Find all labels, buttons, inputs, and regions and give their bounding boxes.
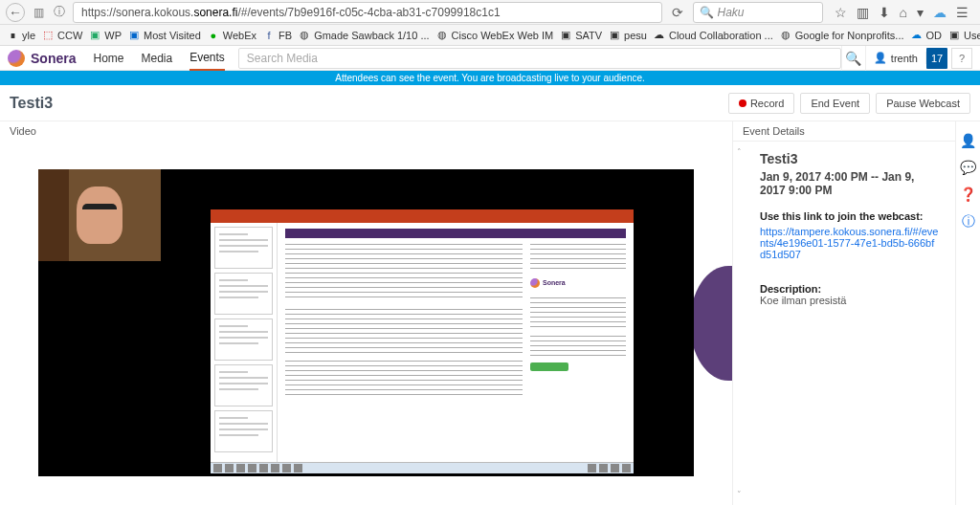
event-time: Jan 9, 2017 4:00 PM -- Jan 9, 2017 9:00 …: [760, 170, 940, 197]
info-icon[interactable]: ⓘ: [962, 213, 975, 231]
url-bar[interactable]: https://sonera.kokous.sonera.fi/#/events…: [73, 2, 662, 23]
url-prefix: https://sonera.kokous.: [81, 6, 193, 19]
event-name: Testi3: [760, 151, 940, 166]
record-dot-icon: [739, 99, 746, 107]
pause-webcast-button[interactable]: Pause Webcast: [876, 93, 970, 114]
bookmark-item[interactable]: ◍Cisco WebEx Web IM: [435, 29, 554, 42]
search-placeholder: Haku: [718, 6, 745, 19]
favicon-icon: ▣: [608, 29, 621, 42]
bookmark-item[interactable]: fFB: [262, 29, 292, 42]
bookmark-item[interactable]: ▣pesu: [608, 29, 647, 42]
favicon-icon: ☁: [653, 29, 666, 42]
video-section-heading: Video: [0, 121, 732, 141]
bookmark-item[interactable]: ∎yle: [6, 29, 35, 42]
settings-icon[interactable]: ❓: [960, 187, 976, 202]
bookmark-item[interactable]: ☁OD: [910, 29, 943, 42]
attendees-icon[interactable]: 👤: [960, 133, 976, 148]
shared-screen-content: Sonera: [211, 209, 634, 473]
sync-icon[interactable]: ☁: [933, 5, 947, 20]
favicon-icon: ▣: [559, 29, 572, 42]
bookmark-item[interactable]: ▣WP: [88, 29, 122, 42]
bookmarks-bar: ∎yle ⬚CCW ▣WP ▣Most Visited ●WebEx fFB ◍…: [0, 25, 980, 46]
help-button[interactable]: ?: [951, 48, 972, 69]
bookmark-item[interactable]: ◍Gmade Sawback 1/10 ...: [298, 29, 429, 42]
powerpoint-ribbon: [211, 209, 634, 223]
nav-media[interactable]: Media: [141, 46, 172, 71]
bookmark-item[interactable]: ☁Cloud Collaboration ...: [653, 29, 773, 42]
browser-search-input[interactable]: 🔍 Haku: [693, 2, 823, 23]
search-button[interactable]: 🔍: [841, 46, 866, 71]
favicon-icon: f: [262, 29, 276, 42]
brand-name: Sonera: [31, 51, 76, 66]
bookmark-item[interactable]: ◍Google for Nonprofits...: [779, 29, 904, 42]
user-name: trenth: [891, 53, 918, 64]
favicon-icon: ◍: [779, 29, 792, 42]
menu-icon[interactable]: ☰: [956, 5, 969, 20]
downloads-icon[interactable]: ⬇: [879, 5, 890, 20]
favicon-icon: ◍: [298, 29, 311, 42]
slide-canvas: Sonera: [278, 223, 634, 462]
favicon-icon: ▣: [127, 29, 141, 42]
favicon-icon: ◍: [435, 29, 449, 42]
search-icon: 🔍: [700, 6, 714, 19]
join-webcast-link[interactable]: https://tampere.kokous.sonera.fi/#/event…: [760, 226, 940, 260]
bookmark-item[interactable]: ●WebEx: [207, 29, 256, 42]
favicon-icon: ▣: [947, 29, 961, 42]
nav-events[interactable]: Events: [189, 46, 225, 71]
chevron-up-icon: ˄: [737, 147, 742, 157]
reload-button[interactable]: ⟳: [668, 5, 687, 20]
user-icon: 👤: [874, 52, 887, 64]
favicon-icon: ●: [207, 29, 220, 42]
pocket-icon[interactable]: ▾: [917, 5, 924, 20]
presenter-webcam-pip: [38, 169, 161, 261]
details-scroll-affordance: ˄˅: [733, 142, 745, 505]
browser-back-button[interactable]: ←: [6, 3, 25, 22]
search-media-input[interactable]: Search Media: [238, 48, 841, 69]
viewer-count-badge[interactable]: 17: [926, 48, 947, 69]
brand-logo[interactable]: Sonera: [8, 50, 93, 67]
bookmark-star-icon[interactable]: ☆: [835, 5, 847, 20]
chevron-down-icon: ˅: [737, 490, 742, 499]
windows-taskbar: [211, 462, 634, 473]
bookmark-item[interactable]: ▣Useimmin avatut: [947, 29, 980, 42]
end-event-button[interactable]: End Event: [800, 93, 870, 114]
record-button[interactable]: Record: [728, 93, 794, 114]
favicon-icon: ⬚: [41, 29, 55, 42]
favicon-icon: ∎: [6, 29, 19, 42]
favicon-icon: ▣: [88, 29, 101, 42]
url-suffix: /#/events/7b9e916f-c05c-4cba-ab31-c70999…: [237, 6, 500, 19]
slide-thumbnails-pane: [211, 223, 278, 462]
video-stage[interactable]: Sonera: [0, 141, 732, 505]
bookmark-item[interactable]: ▣Most Visited: [127, 29, 201, 42]
nav-home[interactable]: Home: [93, 46, 123, 71]
description-label: Description:: [760, 283, 940, 295]
home-icon[interactable]: ⌂: [900, 5, 907, 20]
broadcast-status-banner: Attendees can see the event. You are bro…: [0, 71, 980, 85]
background-brand-graphic: [690, 266, 732, 381]
join-link-label: Use this link to join the webcast:: [760, 210, 940, 222]
tracking-shield-icon[interactable]: ▥: [31, 5, 46, 20]
logo-swirl-icon: [8, 50, 25, 67]
site-identity-icon[interactable]: ⓘ: [52, 5, 67, 20]
bookmark-item[interactable]: ⬚CCW: [41, 29, 82, 42]
page-title: Testi3: [10, 95, 53, 112]
bookmark-item[interactable]: ▣SATV: [559, 29, 602, 42]
user-menu[interactable]: 👤 trenth: [866, 52, 926, 64]
url-domain: sonera.fi: [193, 6, 237, 19]
chat-icon[interactable]: 💬: [960, 160, 976, 175]
event-details-heading: Event Details: [733, 121, 955, 142]
library-icon[interactable]: ▥: [857, 5, 869, 20]
video-frame: Sonera: [38, 169, 694, 476]
favicon-icon: ☁: [910, 29, 924, 42]
event-description: Koe ilman presistä: [760, 295, 940, 306]
